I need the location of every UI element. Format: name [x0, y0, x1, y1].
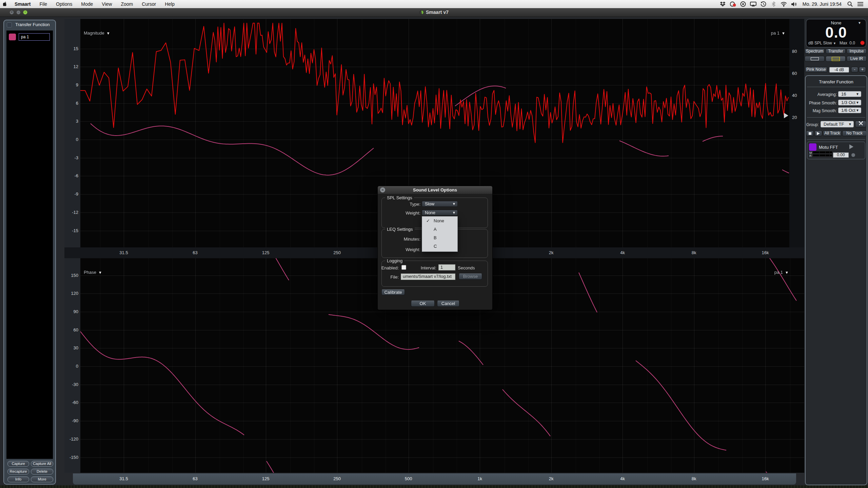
single-pane-button[interactable]	[805, 56, 825, 62]
phase-tick: 90	[65, 309, 78, 314]
phase-plot-menu[interactable]: Phase▼	[84, 270, 102, 275]
no-track-button[interactable]: No Track	[842, 130, 867, 136]
cancel-button[interactable]: Cancel	[437, 301, 459, 307]
tab-impulse[interactable]: Impulse	[847, 48, 867, 54]
recording-app-icon[interactable]	[729, 1, 737, 7]
spl-type-dropdown[interactable]: Slow▼	[422, 201, 458, 207]
time-machine-icon[interactable]	[759, 1, 768, 7]
spl-mode-dropdown[interactable]: dB SPL Slow ▼	[808, 41, 836, 45]
apple-menu-icon[interactable]	[0, 1, 10, 7]
capture-list-item[interactable]: pa 1	[6, 30, 53, 43]
averaging-dropdown[interactable]: 16▼	[838, 91, 861, 97]
magnitude-tick: 9	[65, 82, 78, 87]
menu-view[interactable]: View	[97, 1, 116, 7]
trace-name-field[interactable]: pa 1	[19, 33, 50, 41]
delay-field[interactable]: 0.00	[833, 152, 849, 158]
panel-collapse-button[interactable]	[7, 22, 12, 27]
weight-option-a[interactable]: A	[422, 225, 457, 233]
bluetooth-icon[interactable]	[769, 1, 778, 7]
signal-generator-button[interactable]: Pink Noise	[805, 67, 827, 73]
spl-cursor-arrow[interactable]	[784, 113, 788, 118]
phase-x-tick: 16k	[762, 476, 769, 481]
live-ir-button[interactable]: Live IR	[847, 56, 867, 62]
phase-x-tick: 8k	[692, 476, 696, 481]
level-minus-button[interactable]: -	[851, 67, 858, 73]
recapture-button[interactable]: Recapture	[7, 469, 29, 474]
volume-icon[interactable]	[790, 1, 798, 7]
menu-file[interactable]: File	[35, 1, 52, 7]
menu-cursor[interactable]: Cursor	[137, 1, 160, 7]
browse-button[interactable]: Browse	[459, 273, 482, 280]
meter-r	[813, 154, 832, 157]
magnitude-trace-menu[interactable]: pa 1▼	[771, 30, 785, 36]
play-button[interactable]	[814, 130, 822, 136]
phase-x-tick: 250	[333, 476, 341, 481]
phase-x-axis: 31.5631252505001k2k4k8k16k	[64, 473, 804, 485]
mag-smooth-dropdown[interactable]: 1/6 Oct▼	[838, 107, 861, 113]
delete-button[interactable]: Delete	[31, 469, 53, 474]
screen: SmaartFileOptionsModeViewZoomCursorHelp …	[0, 0, 868, 488]
phase-trace-menu[interactable]: pa 1▼	[774, 270, 789, 275]
menu-smaart[interactable]: Smaart	[10, 1, 35, 7]
tab-spectrum[interactable]: Spectrum	[805, 48, 825, 54]
weight-option-b[interactable]: B	[422, 233, 457, 242]
interval-field[interactable]: 1	[438, 264, 455, 270]
phase-y-axis: 1501209060300-30-60-90-120-150	[64, 258, 80, 473]
leq-weight-label: Weight:	[387, 247, 420, 252]
menu-help[interactable]: Help	[160, 1, 179, 7]
divider	[807, 117, 865, 118]
magnitude-tick: 3	[65, 119, 78, 124]
phase-tick: -150	[65, 455, 78, 460]
spl-weight-dropdown[interactable]: None▼	[422, 210, 458, 216]
calibrate-button[interactable]: Calibrate	[381, 289, 405, 295]
capture-button[interactable]: Capture	[7, 461, 29, 467]
control-sidebar: None ▼ 0.0 dB SPL Slow ▼ Max 0.0 Spectru…	[804, 17, 868, 488]
capture-all-button[interactable]: Capture All	[31, 461, 53, 467]
logging-enabled-checkbox[interactable]	[401, 265, 406, 270]
split-pane-button[interactable]	[826, 56, 846, 62]
ntfs-disc-icon[interactable]	[739, 1, 748, 7]
stop-button[interactable]	[806, 130, 814, 136]
generator-level-display: -4 dB	[829, 67, 849, 73]
magnitude-x-tick: 250	[333, 250, 341, 255]
device-play-icon[interactable]	[849, 144, 853, 149]
weight-option-none[interactable]: ✓None	[422, 217, 457, 225]
menu-zoom[interactable]: Zoom	[116, 1, 137, 7]
wifi-icon[interactable]	[780, 1, 788, 7]
phase-smooth-label: Phase Smooth:	[806, 101, 837, 105]
magnitude-plot-menu[interactable]: Magnitude▼	[84, 30, 110, 36]
phase-x-tick: 4k	[620, 476, 625, 481]
phase-smooth-dropdown[interactable]: 1/3 Oct▼	[838, 100, 861, 105]
phase-tick: 60	[65, 327, 78, 332]
log-file-field[interactable]: uments/Smaart v7/log.txt	[401, 273, 455, 280]
menu-mode[interactable]: Mode	[77, 1, 97, 7]
menu-options[interactable]: Options	[52, 1, 77, 7]
ok-button[interactable]: OK	[411, 301, 435, 307]
device-color-swatch[interactable]	[809, 143, 816, 151]
group-dropdown[interactable]: Default TF▼	[821, 121, 854, 127]
capture-panel-header: Transfer Function	[4, 20, 55, 30]
level-plus-button[interactable]: +	[859, 67, 866, 73]
logging-title: Logging	[385, 258, 404, 263]
dropbox-icon[interactable]	[718, 1, 727, 7]
divider	[807, 139, 865, 140]
magnitude-x-tick: 31.5	[119, 250, 128, 255]
weight-label: Weight:	[387, 210, 420, 216]
weight-option-c[interactable]: C	[422, 242, 457, 250]
device-name: Motu FFT	[819, 145, 838, 150]
phase-x-tick: 2k	[549, 476, 554, 481]
tab-transfer[interactable]: Transfer	[826, 48, 846, 54]
record-indicator[interactable]	[860, 41, 865, 45]
group-manager-button[interactable]	[855, 121, 866, 127]
airplay-icon[interactable]	[749, 1, 758, 7]
interval-label: Interval:	[415, 265, 436, 270]
spotlight-search-icon[interactable]	[846, 1, 854, 7]
notification-center-icon[interactable]	[856, 1, 865, 7]
all-track-button[interactable]: All Track	[823, 130, 842, 136]
device-status-dot[interactable]	[851, 153, 855, 157]
dialog-close-icon[interactable]: ✕	[380, 187, 385, 192]
menu-clock[interactable]: Mo. 29. Juni 19:54	[800, 1, 844, 7]
more-button[interactable]: More	[31, 476, 53, 482]
info-button[interactable]: Info	[7, 476, 29, 482]
magnitude-tick: 15	[65, 46, 78, 51]
